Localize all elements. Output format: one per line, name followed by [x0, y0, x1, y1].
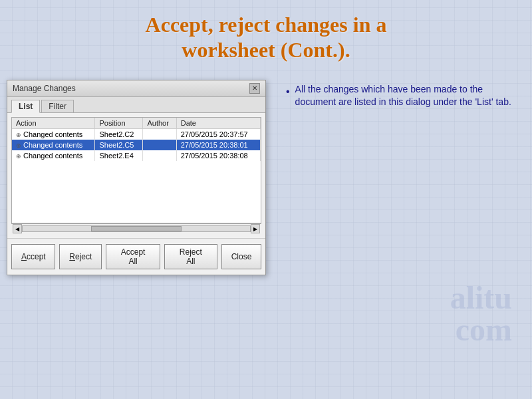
info-panel: • All the changes which have been made t…	[286, 76, 519, 116]
scroll-right-button[interactable]: ▶	[251, 224, 260, 233]
dialog-footer: Accept Reject Accept All Reject All Clos…	[7, 238, 265, 275]
accept-button[interactable]: Accept	[11, 244, 55, 269]
scrollbar-track[interactable]	[22, 225, 251, 232]
dialog-close-button[interactable]: ✕	[249, 83, 260, 94]
close-button[interactable]: Close	[221, 244, 261, 269]
cell-date: 27/05/2015 20:38:01	[176, 140, 260, 150]
changes-table: Action Position Author Date ⊕Changed con…	[12, 118, 261, 161]
cell-action: ⊕Changed contents	[12, 128, 95, 140]
table-header-row: Action Position Author Date	[12, 118, 261, 129]
col-position: Position	[95, 118, 143, 129]
dialog-titlebar: Manage Changes ✕	[7, 80, 265, 97]
cell-author	[143, 150, 176, 161]
table-row[interactable]: ⊕Changed contents Sheet2.C5 27/05/2015 2…	[12, 140, 261, 150]
cell-author	[143, 140, 176, 150]
changes-table-container[interactable]: Action Position Author Date ⊕Changed con…	[11, 117, 261, 223]
accept-all-button[interactable]: Accept All	[106, 244, 160, 269]
page-title: Accept, reject changes in a worksheet (C…	[0, 0, 532, 70]
manage-changes-dialog: Manage Changes ✕ List Filter Action Posi…	[7, 80, 279, 275]
reject-button[interactable]: Reject	[59, 244, 102, 269]
cell-date: 27/05/2015 20:38:08	[176, 150, 260, 161]
scrollbar-thumb[interactable]	[91, 226, 182, 231]
cell-action: ⊕Changed contents	[12, 140, 95, 150]
reject-all-button[interactable]: Reject All	[164, 244, 217, 269]
tab-filter[interactable]: Filter	[41, 100, 74, 112]
scroll-left-button[interactable]: ◀	[13, 224, 22, 233]
col-date: Date	[176, 118, 260, 129]
cell-position: Sheet2.E4	[95, 150, 143, 161]
dialog-body: Action Position Author Date ⊕Changed con…	[7, 113, 265, 238]
table-row[interactable]: ⊕Changed contents Sheet2.C2 27/05/2015 2…	[12, 128, 261, 140]
cell-action: ⊕Changed contents	[12, 150, 95, 161]
cell-position: Sheet2.C5	[95, 140, 143, 150]
cell-author	[143, 128, 176, 140]
table-row[interactable]: ⊕Changed contents Sheet2.E4 27/05/2015 2…	[12, 150, 261, 161]
col-action: Action	[12, 118, 95, 129]
dialog-tabs: List Filter	[7, 97, 265, 113]
bullet-icon: •	[286, 84, 290, 109]
watermark: alitu com	[450, 282, 512, 346]
cell-date: 27/05/2015 20:37:57	[176, 128, 260, 140]
dialog-title: Manage Changes	[13, 84, 76, 93]
cell-position: Sheet2.C2	[95, 128, 143, 140]
bullet-text: All the changes which have been made to …	[295, 83, 512, 109]
horizontal-scrollbar[interactable]: ◀ ▶	[11, 223, 261, 234]
tab-list[interactable]: List	[11, 100, 40, 113]
col-author: Author	[143, 118, 176, 129]
